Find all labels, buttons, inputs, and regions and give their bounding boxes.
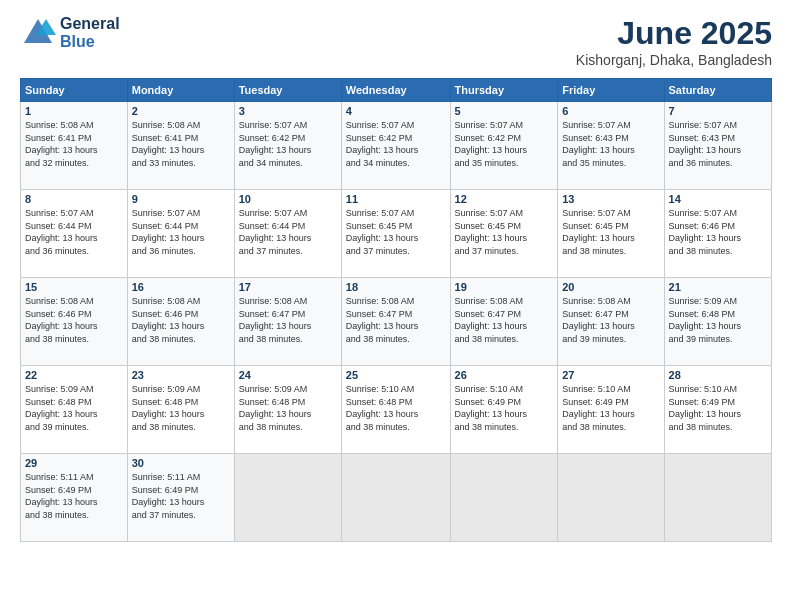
- day-info: Sunrise: 5:10 AMSunset: 6:48 PMDaylight:…: [346, 383, 446, 433]
- calendar-table: SundayMondayTuesdayWednesdayThursdayFrid…: [20, 78, 772, 542]
- calendar-cell: 4Sunrise: 5:07 AMSunset: 6:42 PMDaylight…: [341, 102, 450, 190]
- sunset-text: Sunset: 6:44 PM: [132, 220, 230, 233]
- sunrise-text: Sunrise: 5:07 AM: [562, 119, 659, 132]
- weekday-header-saturday: Saturday: [664, 79, 771, 102]
- sunset-text: Sunset: 6:48 PM: [239, 396, 337, 409]
- day-info: Sunrise: 5:07 AMSunset: 6:46 PMDaylight:…: [669, 207, 767, 257]
- calendar-cell: 20Sunrise: 5:08 AMSunset: 6:47 PMDayligh…: [558, 278, 664, 366]
- day-number: 8: [25, 193, 123, 205]
- calendar-cell: 27Sunrise: 5:10 AMSunset: 6:49 PMDayligh…: [558, 366, 664, 454]
- sunset-text: Sunset: 6:48 PM: [132, 396, 230, 409]
- day-info: Sunrise: 5:10 AMSunset: 6:49 PMDaylight:…: [669, 383, 767, 433]
- sunrise-text: Sunrise: 5:08 AM: [25, 119, 123, 132]
- sunrise-text: Sunrise: 5:08 AM: [562, 295, 659, 308]
- day-number: 25: [346, 369, 446, 381]
- day-info: Sunrise: 5:10 AMSunset: 6:49 PMDaylight:…: [455, 383, 554, 433]
- sunrise-text: Sunrise: 5:09 AM: [132, 383, 230, 396]
- daylight-text: Daylight: 13 hoursand 35 minutes.: [455, 144, 554, 169]
- week-row-1: 1Sunrise: 5:08 AMSunset: 6:41 PMDaylight…: [21, 102, 772, 190]
- day-number: 14: [669, 193, 767, 205]
- day-number: 11: [346, 193, 446, 205]
- day-info: Sunrise: 5:07 AMSunset: 6:44 PMDaylight:…: [239, 207, 337, 257]
- sunset-text: Sunset: 6:42 PM: [239, 132, 337, 145]
- daylight-text: Daylight: 13 hoursand 37 minutes.: [455, 232, 554, 257]
- daylight-text: Daylight: 13 hoursand 37 minutes.: [346, 232, 446, 257]
- sunrise-text: Sunrise: 5:08 AM: [239, 295, 337, 308]
- calendar-cell: [450, 454, 558, 542]
- sunset-text: Sunset: 6:47 PM: [455, 308, 554, 321]
- calendar-cell: [664, 454, 771, 542]
- weekday-header-wednesday: Wednesday: [341, 79, 450, 102]
- sunrise-text: Sunrise: 5:09 AM: [25, 383, 123, 396]
- daylight-text: Daylight: 13 hoursand 38 minutes.: [669, 232, 767, 257]
- day-number: 13: [562, 193, 659, 205]
- sunrise-text: Sunrise: 5:07 AM: [25, 207, 123, 220]
- calendar-cell: [341, 454, 450, 542]
- day-number: 29: [25, 457, 123, 469]
- sunset-text: Sunset: 6:47 PM: [562, 308, 659, 321]
- day-info: Sunrise: 5:08 AMSunset: 6:46 PMDaylight:…: [132, 295, 230, 345]
- day-info: Sunrise: 5:08 AMSunset: 6:47 PMDaylight:…: [455, 295, 554, 345]
- day-number: 20: [562, 281, 659, 293]
- sunset-text: Sunset: 6:48 PM: [669, 308, 767, 321]
- sunset-text: Sunset: 6:43 PM: [669, 132, 767, 145]
- sunset-text: Sunset: 6:48 PM: [25, 396, 123, 409]
- day-number: 23: [132, 369, 230, 381]
- sunset-text: Sunset: 6:44 PM: [239, 220, 337, 233]
- location: Kishorganj, Dhaka, Bangladesh: [576, 52, 772, 68]
- daylight-text: Daylight: 13 hoursand 38 minutes.: [346, 320, 446, 345]
- sunset-text: Sunset: 6:48 PM: [346, 396, 446, 409]
- calendar-cell: 21Sunrise: 5:09 AMSunset: 6:48 PMDayligh…: [664, 278, 771, 366]
- sunrise-text: Sunrise: 5:08 AM: [132, 295, 230, 308]
- weekday-header-tuesday: Tuesday: [234, 79, 341, 102]
- sunrise-text: Sunrise: 5:07 AM: [455, 119, 554, 132]
- sunset-text: Sunset: 6:46 PM: [25, 308, 123, 321]
- day-number: 2: [132, 105, 230, 117]
- day-number: 15: [25, 281, 123, 293]
- calendar-cell: 18Sunrise: 5:08 AMSunset: 6:47 PMDayligh…: [341, 278, 450, 366]
- day-info: Sunrise: 5:11 AMSunset: 6:49 PMDaylight:…: [132, 471, 230, 521]
- day-number: 18: [346, 281, 446, 293]
- day-info: Sunrise: 5:08 AMSunset: 6:41 PMDaylight:…: [132, 119, 230, 169]
- day-info: Sunrise: 5:07 AMSunset: 6:43 PMDaylight:…: [562, 119, 659, 169]
- weekday-header-monday: Monday: [127, 79, 234, 102]
- sunrise-text: Sunrise: 5:09 AM: [239, 383, 337, 396]
- daylight-text: Daylight: 13 hoursand 34 minutes.: [239, 144, 337, 169]
- sunrise-text: Sunrise: 5:11 AM: [25, 471, 123, 484]
- day-info: Sunrise: 5:07 AMSunset: 6:44 PMDaylight:…: [132, 207, 230, 257]
- daylight-text: Daylight: 13 hoursand 38 minutes.: [455, 320, 554, 345]
- sunset-text: Sunset: 6:45 PM: [346, 220, 446, 233]
- sunset-text: Sunset: 6:43 PM: [562, 132, 659, 145]
- day-number: 12: [455, 193, 554, 205]
- calendar-cell: 26Sunrise: 5:10 AMSunset: 6:49 PMDayligh…: [450, 366, 558, 454]
- sunrise-text: Sunrise: 5:07 AM: [132, 207, 230, 220]
- sunrise-text: Sunrise: 5:10 AM: [346, 383, 446, 396]
- sunset-text: Sunset: 6:47 PM: [346, 308, 446, 321]
- day-info: Sunrise: 5:09 AMSunset: 6:48 PMDaylight:…: [132, 383, 230, 433]
- sunrise-text: Sunrise: 5:08 AM: [455, 295, 554, 308]
- day-info: Sunrise: 5:07 AMSunset: 6:45 PMDaylight:…: [455, 207, 554, 257]
- day-number: 19: [455, 281, 554, 293]
- sunset-text: Sunset: 6:49 PM: [562, 396, 659, 409]
- day-number: 26: [455, 369, 554, 381]
- logo-text: General Blue: [60, 15, 120, 50]
- day-info: Sunrise: 5:07 AMSunset: 6:44 PMDaylight:…: [25, 207, 123, 257]
- sunrise-text: Sunrise: 5:07 AM: [455, 207, 554, 220]
- sunrise-text: Sunrise: 5:07 AM: [669, 207, 767, 220]
- weekday-header-thursday: Thursday: [450, 79, 558, 102]
- sunset-text: Sunset: 6:41 PM: [25, 132, 123, 145]
- day-info: Sunrise: 5:07 AMSunset: 6:42 PMDaylight:…: [239, 119, 337, 169]
- daylight-text: Daylight: 13 hoursand 36 minutes.: [669, 144, 767, 169]
- daylight-text: Daylight: 13 hoursand 38 minutes.: [669, 408, 767, 433]
- sunset-text: Sunset: 6:49 PM: [132, 484, 230, 497]
- calendar-cell: 12Sunrise: 5:07 AMSunset: 6:45 PMDayligh…: [450, 190, 558, 278]
- day-number: 5: [455, 105, 554, 117]
- week-row-3: 15Sunrise: 5:08 AMSunset: 6:46 PMDayligh…: [21, 278, 772, 366]
- daylight-text: Daylight: 13 hoursand 32 minutes.: [25, 144, 123, 169]
- calendar-cell: 3Sunrise: 5:07 AMSunset: 6:42 PMDaylight…: [234, 102, 341, 190]
- title-area: June 2025 Kishorganj, Dhaka, Bangladesh: [576, 15, 772, 68]
- day-info: Sunrise: 5:09 AMSunset: 6:48 PMDaylight:…: [239, 383, 337, 433]
- month-title: June 2025: [576, 15, 772, 52]
- day-number: 4: [346, 105, 446, 117]
- sunset-text: Sunset: 6:49 PM: [455, 396, 554, 409]
